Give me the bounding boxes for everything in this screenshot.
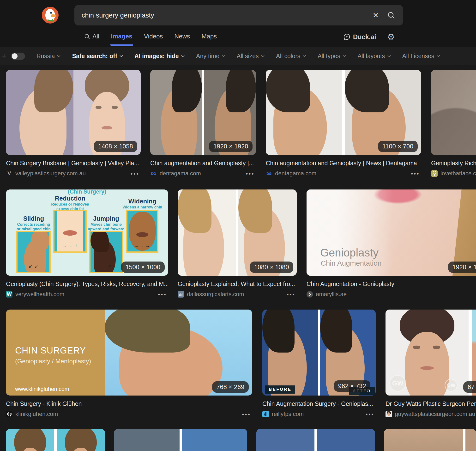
site-favicon: V: [6, 170, 12, 177]
filter-label: All types: [318, 53, 340, 60]
region-toggle[interactable]: [11, 53, 25, 60]
more-options-button[interactable]: ●●●: [246, 171, 254, 175]
search-tabs: AllImagesVideosNewsMaps: [84, 29, 217, 46]
result-image[interactable]: 962 × 732BEFOREAFTER: [262, 310, 376, 395]
result-meta-row: guywattsplasticsurgeon.com.au: [385, 411, 476, 417]
hair-shape: [320, 310, 352, 352]
result-image[interactable]: [431, 70, 476, 155]
duck-ai-icon: [343, 33, 351, 41]
result-image[interactable]: [384, 429, 476, 451]
tab-label: Images: [111, 33, 132, 40]
settings-gear-icon[interactable]: ⚙: [387, 33, 395, 41]
filter-bar: RussiaSafe search: offAI images: hideAny…: [0, 47, 476, 65]
clear-search-button[interactable]: ✕: [368, 8, 383, 23]
result-title[interactable]: Chin augmentation and Genioplasty | News…: [266, 160, 421, 167]
tab-news[interactable]: News: [174, 29, 191, 46]
panel-divider: [54, 429, 57, 451]
more-options-button[interactable]: ●●●: [130, 171, 139, 175]
result-domain[interactable]: dentagama.com: [275, 170, 316, 177]
more-options-button[interactable]: ●●●: [365, 412, 374, 416]
site-favicon: DG: [266, 170, 272, 177]
result-image[interactable]: GWGW67: [385, 310, 476, 395]
result-title[interactable]: Genioplasty Explained: What to Expect fr…: [178, 281, 297, 288]
tab-images[interactable]: Images: [111, 29, 133, 46]
text-block: CHIN SURGERY(Genioplasty / Mentoplasty)w…: [6, 310, 105, 395]
result-title[interactable]: Chin Augmentation - Genioplasty: [307, 281, 476, 288]
result-domain[interactable]: lovethatface.c: [440, 170, 476, 177]
search-submit-button[interactable]: [383, 8, 400, 23]
filter-ai-images-hide[interactable]: AI images: hide: [134, 53, 185, 60]
result-card: (Chin Surgery)SlidingCorrects recedingor…: [6, 189, 168, 298]
result-domain[interactable]: klinikgluhen.com: [15, 411, 58, 417]
result-title[interactable]: Genioplasty (Chin Surgery): Types, Risks…: [6, 281, 168, 288]
photo-panel: [6, 429, 54, 451]
image-size-badge: 1920 × 1920: [209, 141, 253, 152]
result-title[interactable]: Dr Guy Watts Plastic Surgeon Per: [385, 400, 476, 407]
more-options-button[interactable]: ●●●: [287, 292, 295, 296]
result-title[interactable]: Genioplasty Rich: [431, 160, 476, 167]
result-image[interactable]: 1920 × 1920: [150, 70, 256, 155]
result-domain[interactable]: dallassurgicalarts.com: [187, 291, 244, 298]
duck-ai-button[interactable]: Duck.ai: [343, 33, 376, 41]
filter-all-colors[interactable]: All colors: [276, 53, 306, 60]
face-shape: [405, 332, 450, 395]
more-options-button[interactable]: ●●●: [411, 171, 420, 175]
result-image[interactable]: (Chin Surgery)SlidingCorrects recedingor…: [6, 189, 168, 276]
photo-panel: [266, 70, 342, 155]
result-title[interactable]: Chin augmentation and Genioplasty |...: [150, 160, 256, 167]
site-favicon: [385, 411, 392, 417]
tab-all[interactable]: All: [84, 29, 100, 46]
result-image[interactable]: CHIN SURGERY(Genioplasty / Mentoplasty)w…: [6, 310, 252, 395]
hair-shape: [345, 70, 389, 113]
diagram-arrows: ← ↓ →: [127, 243, 157, 248]
result-title[interactable]: Chin Surgery Brisbane | Genioplasty | Va…: [6, 160, 141, 167]
result-domain[interactable]: amaryllis.ae: [316, 291, 347, 298]
lips: [102, 126, 112, 129]
search-input[interactable]: [74, 12, 368, 19]
filter-all-licenses[interactable]: All Licenses: [402, 53, 440, 60]
duckduckgo-logo[interactable]: [42, 7, 59, 24]
filter-all-types[interactable]: All types: [318, 53, 346, 60]
result-image[interactable]: [6, 429, 105, 451]
filter-any-time[interactable]: Any time: [196, 53, 225, 60]
before-after-photos: [256, 429, 375, 451]
result-domain[interactable]: valleyplasticsurgery.com.au: [15, 170, 86, 177]
result-domain[interactable]: verywellhealth.com: [15, 291, 64, 298]
result-title[interactable]: Chin Augmentation Surgery - Genioplas...: [262, 400, 376, 407]
lips: [63, 230, 77, 236]
result-title[interactable]: Chin Surgery - Klinik Glühen: [6, 400, 252, 407]
result-meta-row: DGdentagama.com●●●: [150, 170, 256, 177]
result-image[interactable]: [256, 429, 375, 451]
site-favicon: [262, 411, 269, 417]
filter-safe-search-off[interactable]: Safe search: off: [72, 53, 123, 60]
tab-videos[interactable]: Videos: [143, 29, 163, 46]
result-meta-row: klinikgluhen.com●●●: [6, 411, 252, 417]
filter-russia[interactable]: Russia: [37, 53, 61, 60]
diagram-subtext: Corrects recedingor misaligned chin: [17, 222, 50, 231]
result-image[interactable]: [114, 429, 247, 451]
hair-shape: [91, 231, 109, 252]
result-domain[interactable]: reillyfps.com: [272, 411, 304, 417]
header-actions: Duck.ai ⚙: [343, 33, 395, 41]
image-text-subtitle: (Genioplasty / Mentoplasty): [15, 357, 91, 365]
result-meta-row: lovethatface.c: [431, 170, 476, 177]
result-image[interactable]: 1408 × 1058: [6, 70, 141, 155]
more-options-button[interactable]: ●●●: [242, 412, 251, 416]
filter-all-sizes[interactable]: All sizes: [237, 53, 265, 60]
photo-panel: [256, 429, 315, 451]
diagram-heading: Sliding: [23, 215, 44, 222]
result-domain[interactable]: guywattsplasticsurgeon.com.au: [395, 411, 475, 417]
site-favicon: W: [6, 291, 12, 298]
result-image[interactable]: 1080 × 1080: [178, 189, 297, 276]
panel-divider: [315, 429, 317, 451]
more-options-button[interactable]: ●●●: [158, 292, 167, 296]
result-image[interactable]: 1100 × 700: [266, 70, 421, 155]
diagram-heading: Widening: [128, 198, 156, 205]
favicon-face: [387, 412, 390, 416]
tab-maps[interactable]: Maps: [201, 29, 217, 46]
photo-panel: [150, 70, 202, 155]
filter-all-layouts[interactable]: All layouts: [358, 53, 391, 60]
hair-shape: [34, 70, 74, 113]
result-domain[interactable]: dentagama.com: [160, 170, 201, 177]
result-image[interactable]: GenioplastyChin Augmentation1920 × 1920: [307, 189, 476, 276]
